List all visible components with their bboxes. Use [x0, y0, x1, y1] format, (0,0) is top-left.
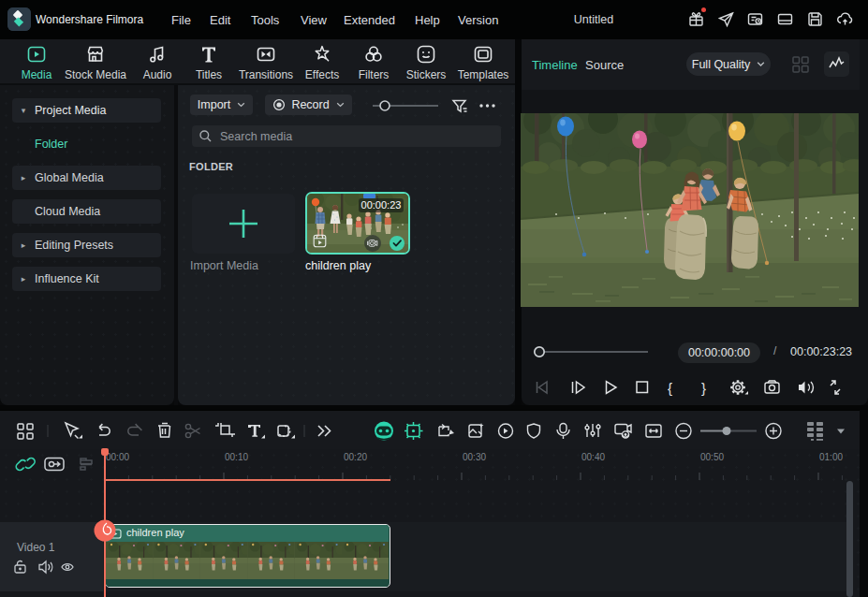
svg-text:00:30: 00:30	[463, 452, 486, 462]
svg-text:00:10: 00:10	[225, 452, 248, 462]
svg-text:01:00: 01:00	[819, 452, 843, 462]
svg-text:00:50: 00:50	[700, 452, 724, 462]
svg-text:{: {	[668, 380, 672, 396]
svg-text:00:00: 00:00	[106, 452, 129, 462]
svg-text:00:40: 00:40	[581, 452, 605, 462]
svg-text:}: }	[701, 380, 706, 396]
svg-text:00:20: 00:20	[344, 452, 367, 462]
